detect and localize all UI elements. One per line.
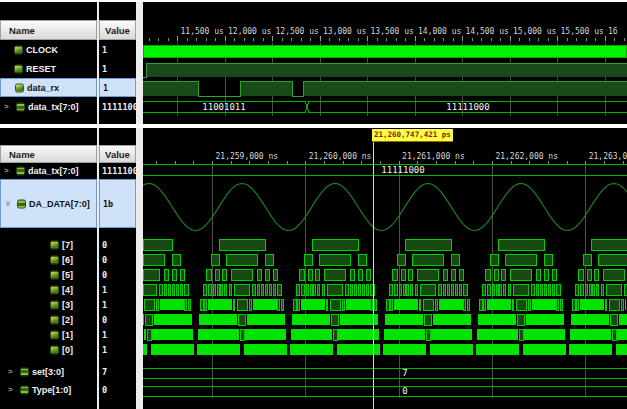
bus-signal-icon bbox=[16, 102, 25, 111]
svg-text:21,260,000 ns: 21,260,000 ns bbox=[309, 152, 372, 161]
top-waveform-panel: Name CLOCKRESETdata_rx>data_tx[7:0] Valu… bbox=[0, 2, 627, 124]
signal-name: [3] bbox=[62, 300, 73, 309]
signal-row-data-tx-7-0[interactable]: >data_tx[7:0] bbox=[0, 97, 97, 116]
signal-row-reset[interactable]: RESET bbox=[0, 59, 97, 78]
signal-value-type-1-0[interactable]: 0 bbox=[99, 382, 136, 398]
scalar-signal-icon bbox=[50, 285, 59, 294]
name-column-header[interactable]: Name bbox=[0, 20, 97, 40]
scalar-signal-icon bbox=[50, 330, 59, 339]
signal-name: [4] bbox=[62, 285, 73, 294]
signal-name: [2] bbox=[62, 315, 73, 324]
signal-row-4[interactable]: [4] bbox=[0, 282, 97, 297]
scalar-signal-icon bbox=[50, 315, 59, 324]
signal-value-data-rx[interactable]: 1 bbox=[99, 78, 136, 97]
bus-signal-icon bbox=[17, 199, 26, 208]
signal-row-6[interactable]: [6] bbox=[0, 252, 97, 267]
bottom-value-column: Value 111110001b0001101170 bbox=[99, 128, 136, 409]
svg-text:13,500 us: 13,500 us bbox=[371, 27, 415, 36]
signal-name: [1] bbox=[62, 330, 73, 339]
value-column-header[interactable]: Value bbox=[99, 20, 136, 40]
column-splitter[interactable] bbox=[136, 2, 143, 124]
svg-text:0: 0 bbox=[402, 386, 407, 396]
signal-value-4[interactable]: 1 bbox=[99, 282, 136, 297]
signal-row-data-rx[interactable]: data_rx bbox=[0, 78, 97, 97]
scalar-signal-icon bbox=[50, 255, 59, 264]
svg-text:21,262,000 ns: 21,262,000 ns bbox=[495, 152, 558, 161]
svg-text:14,000 us: 14,000 us bbox=[418, 27, 462, 36]
scalar-signal-icon bbox=[50, 240, 59, 249]
signal-name: [7] bbox=[62, 240, 73, 249]
signal-name: Type[1:0] bbox=[32, 386, 71, 395]
signal-value-1[interactable]: 1 bbox=[99, 327, 136, 342]
svg-text:15,500 us: 15,500 us bbox=[561, 27, 605, 36]
signal-name: CLOCK bbox=[26, 45, 58, 54]
signal-name: [6] bbox=[62, 255, 73, 264]
scalar-signal-icon bbox=[15, 83, 24, 92]
scalar-signal-icon bbox=[50, 270, 59, 279]
svg-text:11111000: 11111000 bbox=[446, 102, 489, 112]
scalar-signal-icon bbox=[14, 45, 23, 54]
bottom-waveform-panel: Name >data_tx[7:0]∨DA_DATA[7:0][7][6][5]… bbox=[0, 128, 627, 409]
signal-value-da-data-7-0[interactable]: 1b bbox=[99, 179, 136, 228]
signal-row-1[interactable]: [1] bbox=[0, 327, 97, 342]
signal-name: data_tx[7:0] bbox=[28, 166, 79, 175]
collapse-arrow-icon[interactable]: ∨ bbox=[5, 199, 11, 207]
signal-row-0[interactable]: [0] bbox=[0, 342, 97, 357]
svg-text:13,000 us: 13,000 us bbox=[323, 27, 367, 36]
signal-row-2[interactable]: [2] bbox=[0, 312, 97, 327]
scalar-signal-icon bbox=[50, 345, 59, 354]
svg-text:11001011: 11001011 bbox=[202, 102, 245, 112]
signal-value-2[interactable]: 0 bbox=[99, 312, 136, 327]
signal-row-7[interactable]: [7] bbox=[0, 237, 97, 252]
signal-row-set-3-0[interactable]: >set[3:0] bbox=[0, 364, 97, 380]
signal-value-0[interactable]: 1 bbox=[99, 342, 136, 357]
svg-text:12,000 us: 12,000 us bbox=[228, 27, 272, 36]
signal-value-reset[interactable]: 1 bbox=[99, 59, 136, 78]
signal-name: set[3:0] bbox=[32, 368, 64, 377]
signal-value-clock[interactable]: 1 bbox=[99, 40, 136, 59]
svg-text:16: 16 bbox=[608, 27, 618, 36]
expand-arrow-icon[interactable]: > bbox=[4, 102, 9, 110]
name-column-header[interactable]: Name bbox=[0, 145, 97, 163]
expand-arrow-icon[interactable]: > bbox=[8, 368, 13, 376]
scalar-signal-icon bbox=[14, 64, 23, 73]
signal-value-7[interactable]: 0 bbox=[99, 237, 136, 252]
cursor-time-label[interactable]: 21,260,747,421 ps bbox=[372, 129, 453, 142]
signal-value-set-3-0[interactable]: 7 bbox=[99, 364, 136, 380]
signal-value-data-tx-7-0[interactable]: 11111000 bbox=[99, 97, 136, 116]
bus-signal-icon bbox=[20, 368, 29, 377]
bottom-wave-area[interactable]: 21,259,000 ns21,260,000 ns21,261,000 ns2… bbox=[143, 128, 627, 409]
svg-text:14,500 us: 14,500 us bbox=[466, 27, 510, 36]
top-value-column: Value 11111111000 bbox=[99, 2, 136, 124]
top-wave-area[interactable]: 11,500 us12,000 us12,500 us13,000 us13,5… bbox=[143, 2, 627, 124]
signal-row-3[interactable]: [3] bbox=[0, 297, 97, 312]
signal-value-6[interactable]: 0 bbox=[99, 252, 136, 267]
signal-value-3[interactable]: 1 bbox=[99, 297, 136, 312]
bus-signal-icon bbox=[16, 166, 25, 175]
signal-name: data_tx[7:0] bbox=[28, 102, 79, 111]
signal-row-da-data-7-0[interactable]: ∨DA_DATA[7:0] bbox=[0, 179, 97, 228]
svg-text:21,261,000 ns: 21,261,000 ns bbox=[402, 152, 465, 161]
svg-text:21,263,000: 21,263,000 bbox=[589, 152, 627, 161]
column-splitter[interactable] bbox=[136, 128, 143, 409]
svg-text:21,259,000 ns: 21,259,000 ns bbox=[216, 152, 279, 161]
signal-row-5[interactable]: [5] bbox=[0, 267, 97, 282]
signal-name: DA_DATA[7:0] bbox=[29, 199, 90, 208]
signal-name: data_rx bbox=[27, 83, 59, 92]
svg-text:11111000: 11111000 bbox=[381, 165, 424, 175]
bus-signal-icon bbox=[20, 386, 29, 395]
signal-name: RESET bbox=[26, 64, 56, 73]
svg-text:7: 7 bbox=[402, 368, 407, 378]
expand-arrow-icon[interactable]: > bbox=[4, 166, 9, 174]
signal-row-clock[interactable]: CLOCK bbox=[0, 40, 97, 59]
svg-text:15,000 us: 15,000 us bbox=[513, 27, 557, 36]
signal-row-type-1-0[interactable]: >Type[1:0] bbox=[0, 382, 97, 398]
expand-arrow-icon[interactable]: > bbox=[8, 386, 13, 394]
value-column-header[interactable]: Value bbox=[99, 145, 136, 163]
signal-row-data-tx-7-0[interactable]: >data_tx[7:0] bbox=[0, 163, 97, 178]
waveform-viewer: Name CLOCKRESETdata_rx>data_tx[7:0] Valu… bbox=[0, 0, 627, 409]
top-wave-svg[interactable]: 11,500 us12,000 us12,500 us13,000 us13,5… bbox=[143, 2, 627, 124]
signal-value-data-tx-7-0[interactable]: 11111000 bbox=[99, 163, 136, 178]
bottom-wave-svg[interactable]: 21,259,000 ns21,260,000 ns21,261,000 ns2… bbox=[143, 128, 627, 409]
signal-value-5[interactable]: 0 bbox=[99, 267, 136, 282]
